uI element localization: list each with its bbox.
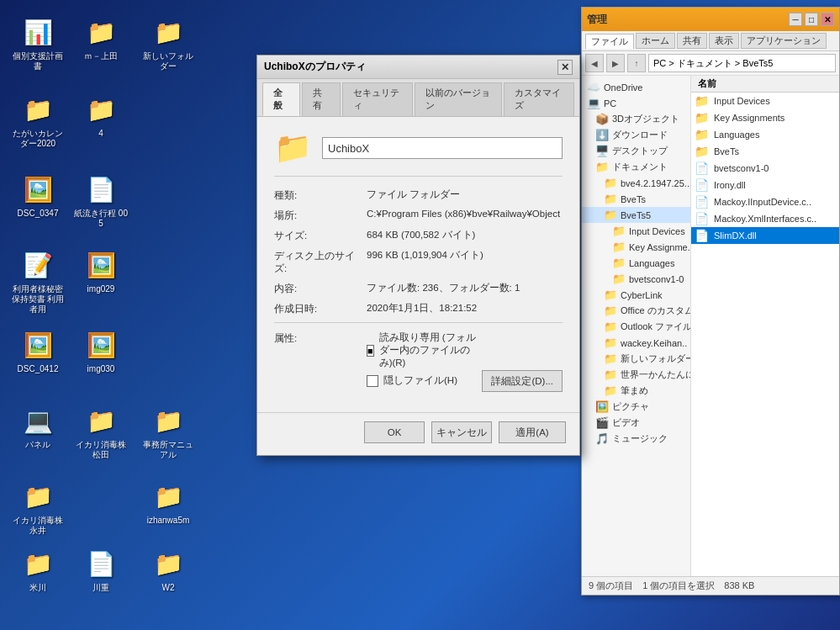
desktop-icon-ikari2[interactable]: 📁イカリ消毒株 永井 <box>8 479 67 536</box>
sidebar-icon-14: 📁 <box>604 304 617 317</box>
sidebar-label-11: Languages <box>629 258 674 268</box>
desktop-icon-pdf[interactable]: 📄川重 <box>71 547 130 593</box>
desktop-icon-paper[interactable]: 📄紙流き行程 005 <box>71 172 130 229</box>
icon-label-pdf: 川重 <box>92 583 109 593</box>
sidebar-label-18: 世界一かんたんに.. <box>621 368 690 381</box>
file-name-5: Irony.dll <box>714 180 746 190</box>
apply-button[interactable]: 適用(A) <box>499 421 566 443</box>
sidebar-item-6[interactable]: 📁bve4.2.1947.25.. <box>582 175 690 191</box>
sidebar-item-16[interactable]: 📁wackey.Keihan.. <box>582 335 690 351</box>
desktop-icon-w2[interactable]: 📁W2 <box>139 547 198 593</box>
desktop-icon-img030[interactable]: 🖼️img030 <box>71 328 130 374</box>
file-icon-5: 📄 <box>695 178 709 192</box>
dialog-tab-2[interactable]: セキュリティ <box>342 82 413 116</box>
desktop-icon-cal2020[interactable]: 📁たがいカレンダー2020 <box>8 93 67 149</box>
tab-share[interactable]: 共有 <box>677 33 707 49</box>
file-item-0[interactable]: 📁Input Devices <box>691 93 839 109</box>
icon-label-dsc0347: DSC_0347 <box>18 209 59 219</box>
icon-label-izhanwa: izhanwa5m <box>147 516 190 526</box>
prop-value-3: 996 KB (1,019,904 バイト) <box>367 249 563 262</box>
attr-checkbox-1[interactable] <box>367 375 378 387</box>
icon-label-yonekawa: 米川 <box>29 583 46 593</box>
sidebar-item-0[interactable]: ☁️OneDrive <box>582 79 690 95</box>
sidebar-item-10[interactable]: 📁Key Assignme.. <box>582 239 690 255</box>
cancel-button[interactable]: キャンセル <box>431 421 492 443</box>
sidebar-item-22[interactable]: 🎵ミュージック <box>582 431 690 447</box>
explorer-minimize-btn[interactable]: ─ <box>789 13 802 26</box>
sidebar-item-21[interactable]: 🎬ビデオ <box>582 415 690 431</box>
dialog-tab-4[interactable]: カスタマイズ <box>504 82 574 116</box>
sidebar-item-15[interactable]: 📁Outlook ファイル <box>582 319 690 335</box>
file-item-6[interactable]: 📄Mackoy.IInputDevice.c.. <box>691 193 839 210</box>
sidebar-label-3: ダウンロード <box>612 129 668 141</box>
desktop-icon-excel[interactable]: 📊個別支援計画書 <box>8 15 67 71</box>
file-item-4[interactable]: 📄bvetsconv1-0 <box>691 160 839 177</box>
icon-img-panel: 💻 <box>21 404 55 437</box>
icon-img-cal2020: 📁 <box>21 93 55 126</box>
detail-settings-btn[interactable]: 詳細設定(D)... <box>482 370 563 392</box>
sidebar-item-12[interactable]: 📁bvetsconv1-0 <box>582 271 690 287</box>
sidebar-item-9[interactable]: 📁Input Devices <box>582 223 690 239</box>
icon-img-paper: 📄 <box>84 172 118 206</box>
dialog-close-btn[interactable]: ✕ <box>557 60 573 75</box>
nav-forward-btn[interactable]: ▶ <box>606 54 625 72</box>
nav-back-btn[interactable]: ◀ <box>585 54 604 72</box>
desktop-icon-img029[interactable]: 🖼️img029 <box>71 248 130 294</box>
desktop-icon-dsc0412[interactable]: 🖼️DSC_0412 <box>8 328 67 374</box>
sidebar-icon-18: 📁 <box>604 368 617 381</box>
tab-home[interactable]: ホーム <box>636 33 675 49</box>
sidebar-item-18[interactable]: 📁世界一かんたんに.. <box>582 367 690 383</box>
sidebar-item-11[interactable]: 📁Languages <box>582 255 690 271</box>
folder-name-input[interactable] <box>322 137 563 159</box>
nav-path-bar[interactable]: PC > ドキュメント > BveTs5 <box>648 54 836 72</box>
desktop-icon-dsc0347[interactable]: 🖼️DSC_0347 <box>8 172 67 219</box>
desktop-icon-new-folder[interactable]: 📁新しいフォルダー <box>139 15 198 71</box>
desktop-icon-ikari[interactable]: 📁イカリ消毒株 松田 <box>71 404 130 460</box>
sidebar-item-5[interactable]: 📁ドキュメント <box>582 159 690 175</box>
dialog-tab-0[interactable]: 全般 <box>262 82 300 116</box>
desktop-icon-izhanwa[interactable]: 📁izhanwa5m <box>139 479 198 526</box>
ok-button[interactable]: OK <box>364 421 425 443</box>
sidebar-item-17[interactable]: 📁新しいフォルダー <box>582 351 690 367</box>
sidebar-item-14[interactable]: 📁Office のカスタム.. <box>582 303 690 319</box>
sidebar-label-0: OneDrive <box>604 82 642 93</box>
file-item-8[interactable]: 📄SlimDX.dll <box>691 227 839 244</box>
desktop-icon-jimusho[interactable]: 📁事務所マニュアル <box>139 404 198 460</box>
nav-up-btn[interactable]: ↑ <box>627 54 646 72</box>
sidebar-item-2[interactable]: 📦3Dオブジェクト <box>582 111 690 127</box>
desktop-icon-m-ueda[interactable]: 📁ｍ－上田 <box>71 15 130 61</box>
sidebar-item-20[interactable]: 🖼️ピクチャ <box>582 399 690 415</box>
file-name-3: BveTs <box>714 146 739 156</box>
sidebar-item-4[interactable]: 🖥️デスクトップ <box>582 143 690 159</box>
file-item-3[interactable]: 📁BveTs <box>691 143 839 160</box>
file-item-7[interactable]: 📄Mackoy.XmlInterfaces.c.. <box>691 210 839 227</box>
file-item-5[interactable]: 📄Irony.dll <box>691 177 839 193</box>
sidebar-item-8[interactable]: 📁BveTs5 <box>582 207 690 223</box>
sidebar-item-1[interactable]: 💻PC <box>582 95 690 111</box>
explorer-close-btn[interactable]: ✕ <box>821 13 834 26</box>
icon-label-num4: 4 <box>98 129 103 139</box>
sidebar-item-19[interactable]: 📁筆まめ <box>582 383 690 399</box>
sidebar-item-13[interactable]: 📁CyberLink <box>582 287 690 303</box>
tab-view[interactable]: 表示 <box>709 33 739 49</box>
explorer-content: ☁️OneDrive💻PC📦3Dオブジェクト⬇️ダウンロード🖥️デスクトップ📁ド… <box>582 76 839 576</box>
dialog-tab-3[interactable]: 以前のバージョン <box>415 82 502 116</box>
file-item-2[interactable]: 📁Languages <box>691 126 839 143</box>
sidebar-item-3[interactable]: ⬇️ダウンロード <box>582 127 690 143</box>
file-name-4: bvetsconv1-0 <box>714 163 769 173</box>
attr-checkbox-0[interactable]: ■ <box>367 345 374 357</box>
tab-file[interactable]: ファイル <box>585 34 634 49</box>
desktop-icon-panel[interactable]: 💻パネル <box>8 404 67 450</box>
desktop-icon-num4[interactable]: 📁4 <box>71 93 130 139</box>
desktop-icon-word[interactable]: 📝利用者様秘密保持契書 利用者用 <box>8 248 67 315</box>
file-name-0: Input Devices <box>714 96 770 106</box>
sidebar-label-14: Office のカスタム.. <box>621 304 690 317</box>
icon-label-img029: img029 <box>87 284 115 294</box>
tab-app[interactable]: アプリケーション <box>741 33 827 49</box>
file-item-1[interactable]: 📁Key Assignments <box>691 109 839 126</box>
sidebar-icon-4: 🖥️ <box>595 145 609 157</box>
dialog-tab-1[interactable]: 共有 <box>302 82 340 116</box>
explorer-maximize-btn[interactable]: □ <box>805 13 818 26</box>
sidebar-item-7[interactable]: 📁BveTs <box>582 191 690 207</box>
desktop-icon-yonekawa[interactable]: 📁米川 <box>8 547 67 593</box>
